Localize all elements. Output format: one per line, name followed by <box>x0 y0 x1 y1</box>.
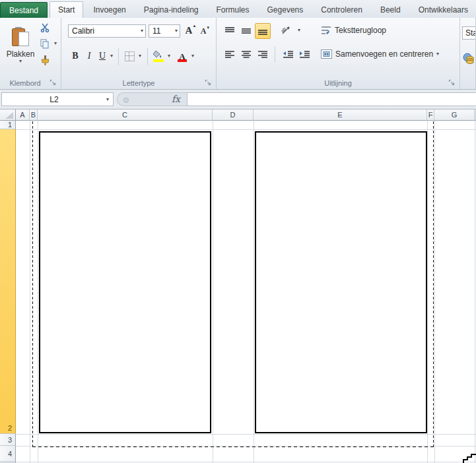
dialog-launcher-icon <box>448 79 456 86</box>
name-box-caret: ▾ <box>106 97 109 102</box>
font-color-dropdown[interactable]: ▾ <box>189 51 196 61</box>
worksheet-grid[interactable]: A B C D E F G 1 2 3 4 <box>0 109 476 463</box>
fx-button[interactable]: fx <box>172 94 180 104</box>
textbox-shape-2[interactable] <box>255 131 427 433</box>
gridline <box>434 121 435 463</box>
ribbon: Plakken ▾ ▾ Klembord Calibri ▾ <box>0 18 476 90</box>
lettertype-dialog-launcher[interactable] <box>205 79 212 86</box>
orientation-button[interactable]: ab <box>279 23 294 38</box>
grow-font-button[interactable]: A▲ <box>184 23 197 38</box>
tab-pagina-indeling[interactable]: Pagina-indeling <box>136 2 207 18</box>
align-center-button[interactable] <box>238 47 254 63</box>
copy-caret: ▾ <box>54 41 57 46</box>
tab-formules[interactable]: Formules <box>209 2 257 18</box>
align-left-button[interactable] <box>222 47 238 63</box>
gridline <box>254 121 254 463</box>
font-size-combobox[interactable]: 11 ▾ <box>149 24 180 38</box>
coins-icon <box>463 52 475 64</box>
paste-button[interactable]: Plakken ▾ <box>4 20 37 71</box>
accounting-format-button[interactable] <box>462 51 475 65</box>
row-header-4[interactable]: 4 <box>0 446 16 462</box>
tab-gegevens[interactable]: Gegevens <box>259 2 312 18</box>
gridline <box>30 121 30 463</box>
align-right-button[interactable] <box>255 47 271 63</box>
grow-font-glyph: A <box>186 25 193 36</box>
partial-shape-bottom-right[interactable] <box>461 451 476 463</box>
tab-bestand-label: Bestand <box>9 6 38 15</box>
column-header-c[interactable]: C <box>38 109 213 121</box>
align-top-icon <box>224 26 235 36</box>
name-box[interactable]: L2 ▾ <box>1 92 114 106</box>
increase-indent-button[interactable] <box>296 47 312 63</box>
borders-button[interactable] <box>123 49 136 63</box>
font-color-swatch <box>178 59 187 62</box>
formula-input[interactable] <box>187 92 476 106</box>
copy-button[interactable] <box>38 38 51 49</box>
row-header-3[interactable]: 3 <box>0 434 16 446</box>
grow-font-caret-icon: ▲ <box>192 24 196 28</box>
group-klembord: Plakken ▾ ▾ Klembord <box>0 18 61 89</box>
tab-beeld[interactable]: Beeld <box>372 2 409 18</box>
column-header-a-label: A <box>20 111 24 119</box>
klembord-dialog-launcher[interactable] <box>50 79 57 86</box>
fill-color-button[interactable] <box>151 48 166 64</box>
column-header-f[interactable]: F <box>427 109 434 121</box>
align-middle-button[interactable] <box>238 23 254 39</box>
column-header-b[interactable]: B <box>30 109 38 121</box>
font-color-caret: ▾ <box>191 53 194 59</box>
align-bottom-button[interactable] <box>255 23 271 39</box>
row-header-1[interactable]: 1 <box>0 121 16 129</box>
column-header-b-label: B <box>31 111 36 119</box>
fill-color-dropdown[interactable]: ▾ <box>166 51 172 61</box>
tab-ontwikkelaars[interactable]: Ontwikkelaars <box>411 2 476 18</box>
bold-button[interactable]: B <box>69 49 81 63</box>
cut-button[interactable] <box>38 22 51 34</box>
format-painter-button[interactable] <box>38 54 51 66</box>
italic-button[interactable]: I <box>84 49 94 63</box>
column-header-d[interactable]: D <box>213 109 254 121</box>
column-header-e-label: E <box>337 111 342 119</box>
decrease-indent-button[interactable] <box>280 47 296 63</box>
font-family-combobox[interactable]: Calibri ▾ <box>68 24 146 38</box>
wrap-text-button[interactable]: Tekstterugloop <box>321 23 386 38</box>
orientation-dropdown[interactable]: ▾ <box>296 26 302 35</box>
gridline <box>16 434 476 435</box>
merge-center-button[interactable]: Samenvoegen en centreren ▾ <box>321 47 439 61</box>
align-top-button[interactable] <box>222 23 238 39</box>
page-break-line-right <box>433 121 434 447</box>
page-break-line-bottom <box>32 447 434 447</box>
underline-button[interactable]: U <box>97 49 108 63</box>
select-all-corner[interactable] <box>0 109 16 121</box>
scissors-icon <box>40 23 50 32</box>
svg-text:ab: ab <box>281 26 287 34</box>
shrink-font-button[interactable]: A▼ <box>199 24 212 38</box>
column-header-d-label: D <box>230 111 236 119</box>
column-header-g[interactable]: G <box>434 109 475 121</box>
tab-invoegen[interactable]: Invoegen <box>85 2 133 18</box>
row-header-2[interactable]: 2 <box>0 129 16 434</box>
copy-dropdown[interactable]: ▾ <box>52 39 59 48</box>
copy-icon <box>40 39 50 49</box>
align-middle-icon <box>241 26 252 36</box>
tab-bestand[interactable]: Bestand <box>0 2 48 18</box>
merge-center-icon <box>321 49 332 59</box>
font-family-caret: ▾ <box>141 28 143 34</box>
borders-icon <box>125 51 135 61</box>
underline-dropdown[interactable]: ▾ <box>108 51 115 61</box>
uitlijning-dialog-launcher[interactable] <box>448 79 456 86</box>
number-format-combobox[interactable]: Standaard <box>462 26 476 40</box>
wrap-text-label: Tekstterugloop <box>335 26 386 35</box>
clipboard-icon <box>12 27 29 47</box>
textbox-shape-1[interactable] <box>39 131 211 433</box>
column-header-e[interactable]: E <box>254 109 427 121</box>
column-header-a[interactable]: A <box>16 109 30 121</box>
column-header-f-label: F <box>428 111 433 119</box>
font-color-button[interactable]: A <box>175 48 189 64</box>
tab-start[interactable]: Start <box>50 1 83 18</box>
tab-start-label: Start <box>58 5 75 15</box>
row-header-2-label: 2 <box>8 424 12 432</box>
tab-controleren[interactable]: Controleren <box>313 2 370 18</box>
group-label-uitlijning: Uitlijning <box>217 79 459 87</box>
gridline <box>16 462 476 462</box>
borders-dropdown[interactable]: ▾ <box>137 51 143 61</box>
